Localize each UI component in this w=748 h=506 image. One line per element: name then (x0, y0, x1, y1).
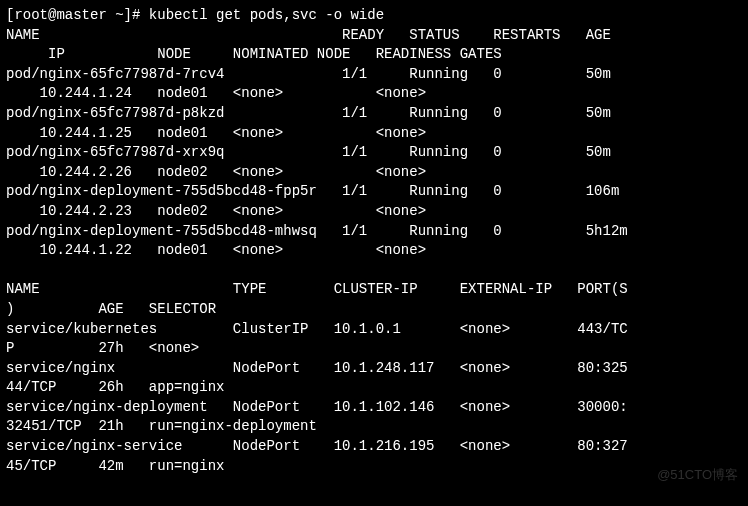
svc-row: 44/TCP 26h app=nginx (6, 379, 224, 395)
pod-row: 10.244.1.22 node01 <none> <none> (6, 242, 426, 258)
svc-row: 45/TCP 42m run=nginx (6, 458, 224, 474)
pod-row: pod/nginx-deployment-755d5bcd48-mhwsq 1/… (6, 223, 628, 239)
svc-row: service/kubernetes ClusterIP 10.1.0.1 <n… (6, 321, 628, 337)
terminal-output: [root@master ~]# kubectl get pods,svc -o… (0, 0, 748, 480)
svc-header-row-2: ) AGE SELECTOR (6, 301, 216, 317)
pod-header-row-2: IP NODE NOMINATED NODE READINESS GATES (6, 46, 502, 62)
pod-row: pod/nginx-65fc77987d-xrx9q 1/1 Running 0… (6, 144, 611, 160)
pod-row: pod/nginx-65fc77987d-p8kzd 1/1 Running 0… (6, 105, 611, 121)
pod-row: pod/nginx-deployment-755d5bcd48-fpp5r 1/… (6, 183, 619, 199)
pod-row: 10.244.2.26 node02 <none> <none> (6, 164, 426, 180)
svc-row: service/nginx-deployment NodePort 10.1.1… (6, 399, 628, 415)
pod-row: 10.244.1.25 node01 <none> <none> (6, 125, 426, 141)
svc-header-row-1: NAME TYPE CLUSTER-IP EXTERNAL-IP PORT(S (6, 281, 628, 297)
svc-row: service/nginx-service NodePort 10.1.216.… (6, 438, 628, 454)
pod-row: 10.244.1.24 node01 <none> <none> (6, 85, 426, 101)
shell-prompt: [root@master ~]# kubectl get pods,svc -o… (6, 7, 384, 23)
svc-row: P 27h <none> (6, 340, 199, 356)
svc-row: service/nginx NodePort 10.1.248.117 <non… (6, 360, 628, 376)
pod-row: pod/nginx-65fc77987d-7rcv4 1/1 Running 0… (6, 66, 611, 82)
pod-row: 10.244.2.23 node02 <none> <none> (6, 203, 426, 219)
svc-row: 32451/TCP 21h run=nginx-deployment (6, 418, 317, 434)
watermark-text: @51CTO博客 (657, 466, 738, 484)
pod-header-row-1: NAME READY STATUS RESTARTS AGE (6, 27, 611, 43)
